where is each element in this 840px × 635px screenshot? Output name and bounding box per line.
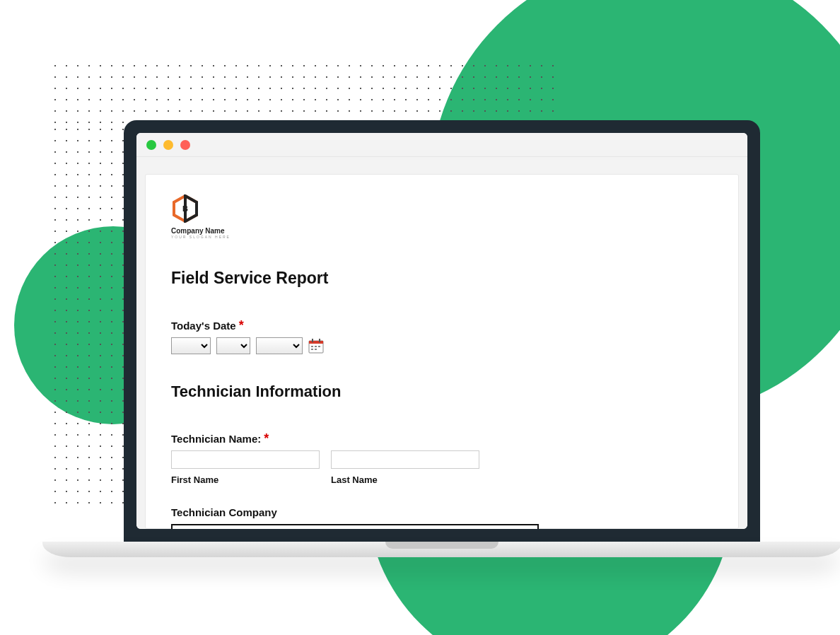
- first-name-input[interactable]: [171, 450, 320, 469]
- svg-rect-11: [315, 349, 317, 350]
- svg-rect-6: [319, 339, 320, 342]
- first-name-sublabel: First Name: [171, 474, 320, 485]
- date-year-select[interactable]: [256, 337, 303, 354]
- traffic-light-maximize-icon[interactable]: [180, 140, 190, 150]
- required-indicator: *: [264, 432, 269, 445]
- date-day-select[interactable]: [216, 337, 250, 354]
- traffic-light-close-icon[interactable]: [146, 140, 156, 150]
- last-name-input[interactable]: [331, 450, 479, 469]
- calendar-icon[interactable]: [308, 338, 324, 354]
- laptop-base: [42, 542, 840, 557]
- traffic-light-minimize-icon[interactable]: [163, 140, 173, 150]
- date-label-text: Today's Date: [171, 320, 236, 332]
- laptop-bezel: B Company Name YOUR SLOGAN HERE Field Se…: [124, 120, 760, 542]
- svg-rect-5: [312, 339, 313, 342]
- required-indicator: *: [239, 319, 244, 332]
- technician-company-label: Technician Company: [171, 506, 713, 518]
- technician-section-title: Technician Information: [171, 383, 713, 401]
- date-field-label: Today's Date *: [171, 319, 713, 332]
- technician-company-block: Technician Company: [171, 506, 713, 529]
- svg-rect-7: [311, 346, 313, 347]
- date-month-select[interactable]: [171, 337, 211, 354]
- date-select-row: [171, 337, 713, 354]
- technician-name-label: Technician Name: *: [171, 432, 713, 445]
- hexagon-logo-icon: B: [171, 194, 199, 223]
- page-viewport: B Company Name YOUR SLOGAN HERE Field Se…: [136, 157, 747, 529]
- laptop-mockup: B Company Name YOUR SLOGAN HERE Field Se…: [124, 120, 760, 557]
- dot-pattern-decoration: [49, 60, 559, 124]
- technician-company-input[interactable]: [171, 524, 539, 529]
- logo-company-name: Company Name: [171, 227, 225, 235]
- svg-rect-10: [311, 349, 313, 350]
- dot-pattern-decoration: [49, 124, 124, 506]
- company-logo-block: B Company Name YOUR SLOGAN HERE: [171, 194, 713, 239]
- svg-text:B: B: [182, 204, 188, 213]
- name-sublabel-row: First Name Last Name: [171, 474, 713, 485]
- svg-rect-4: [309, 341, 323, 344]
- svg-rect-8: [315, 346, 317, 347]
- form-title: Field Service Report: [171, 269, 713, 288]
- svg-rect-9: [318, 346, 320, 347]
- technician-company-label-text: Technician Company: [171, 506, 277, 518]
- form-card: B Company Name YOUR SLOGAN HERE Field Se…: [145, 174, 739, 529]
- technician-name-row: [171, 450, 713, 469]
- last-name-sublabel: Last Name: [331, 474, 479, 485]
- logo-slogan: YOUR SLOGAN HERE: [171, 235, 231, 239]
- window-titlebar: [136, 133, 747, 157]
- laptop-screen: B Company Name YOUR SLOGAN HERE Field Se…: [136, 133, 747, 529]
- laptop-notch: [385, 542, 498, 549]
- technician-name-label-text: Technician Name:: [171, 433, 261, 445]
